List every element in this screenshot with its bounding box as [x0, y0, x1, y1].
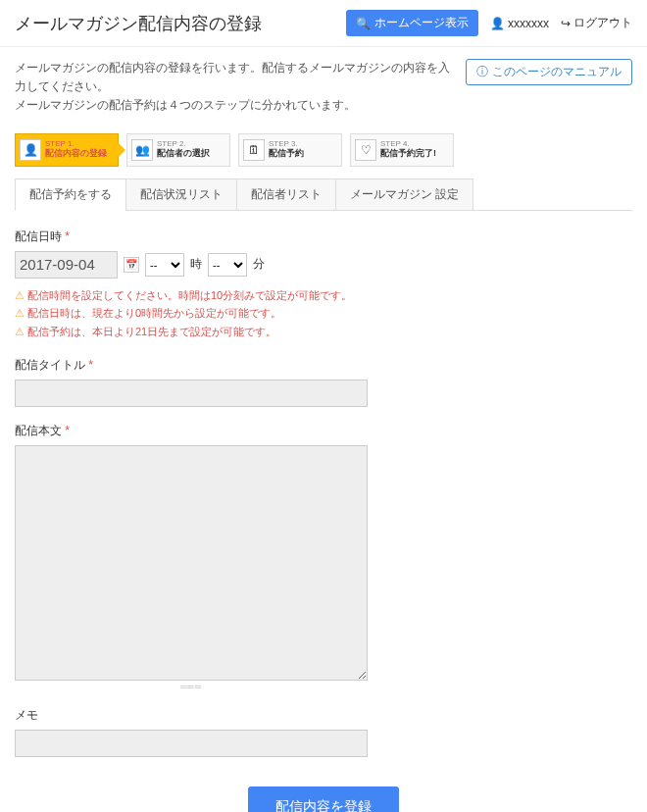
warning-1: ⚠配信時間を設定してください。時間は10分刻みで設定が可能です。 — [15, 286, 368, 305]
user-icon: 👤 — [490, 17, 505, 30]
step-3-icon: 🗓 — [243, 139, 265, 161]
description-text: メールマガジンの配信内容の登録を行います。配信するメールマガジンの内容を入力して… — [15, 59, 456, 116]
step-indicator: 👤 STEP 1. 配信内容の登録 👥 STEP 2. 配信者の選択 🗓 STE… — [15, 133, 632, 167]
warning-icon: ⚠ — [15, 323, 25, 341]
manual-button[interactable]: ⓘ このページのマニュアル — [466, 59, 632, 85]
memo-label: メモ — [15, 707, 368, 724]
step-4-icon: ♡ — [355, 139, 376, 161]
step-2-icon: 👥 — [131, 139, 153, 161]
step-1: 👤 STEP 1. 配信内容の登録 — [15, 133, 119, 167]
date-input[interactable] — [15, 251, 118, 279]
tab-settings[interactable]: メールマガジン 設定 — [335, 178, 473, 211]
homepage-button[interactable]: 🔍 ホームページ表示 — [346, 10, 478, 36]
manual-button-label: このページのマニュアル — [492, 64, 622, 80]
step-1-label: 配信内容の登録 — [45, 149, 107, 159]
calendar-icon[interactable]: 📅 — [124, 257, 139, 273]
logout-link[interactable]: ↪ ログアウト — [561, 15, 632, 31]
hour-suffix: 時 — [190, 256, 202, 273]
warning-3-text: 配信予約は、本日より21日先まで設定が可能です。 — [27, 323, 276, 341]
warning-2-text: 配信日時は、現在より0時間先から設定が可能です。 — [27, 304, 281, 323]
submit-button[interactable]: 配信内容を登録 — [248, 787, 399, 812]
step-4-label: 配信予約完了! — [380, 149, 436, 159]
warning-1-text: 配信時間を設定してください。時間は10分刻みで設定が可能です。 — [27, 286, 352, 305]
required-mark: * — [88, 358, 93, 372]
description-line2: メールマガジンの配信予約は４つのステップに分かれています。 — [15, 98, 356, 112]
step-3-label: 配信予約 — [269, 149, 304, 159]
warning-icon: ⚠ — [15, 286, 25, 305]
body-label: 配信本文 * — [15, 423, 368, 439]
logout-label: ログアウト — [573, 15, 632, 31]
logout-icon: ↪ — [561, 17, 571, 30]
warning-icon: ⚠ — [15, 304, 25, 323]
tab-reserve[interactable]: 配信予約をする — [15, 178, 126, 211]
date-label: 配信日時 * — [15, 228, 368, 245]
homepage-button-label: ホームページ表示 — [374, 15, 469, 31]
tab-status-list[interactable]: 配信状況リスト — [125, 178, 237, 211]
title-label: 配信タイトル * — [15, 357, 368, 374]
date-label-text: 配信日時 — [15, 229, 62, 243]
warning-3: ⚠配信予約は、本日より21日先まで設定が可能です。 — [15, 323, 368, 341]
memo-input[interactable] — [15, 730, 368, 757]
username: xxxxxxx — [508, 17, 549, 30]
required-mark: * — [65, 229, 70, 243]
title-input[interactable] — [15, 380, 368, 407]
hour-select[interactable]: -- — [145, 253, 184, 277]
minute-select[interactable]: -- — [208, 253, 247, 277]
title-label-text: 配信タイトル — [15, 358, 85, 372]
body-label-text: 配信本文 — [15, 424, 62, 437]
step-4: ♡ STEP 4. 配信予約完了! — [350, 133, 454, 167]
page-title: メールマガジン配信内容の登録 — [15, 12, 262, 35]
warning-2: ⚠配信日時は、現在より0時間先から設定が可能です。 — [15, 304, 368, 323]
required-mark: * — [65, 424, 70, 437]
info-icon: ⓘ — [476, 64, 488, 80]
step-2: 👥 STEP 2. 配信者の選択 — [126, 133, 230, 167]
tab-bar: 配信予約をする 配信状況リスト 配信者リスト メールマガジン 設定 — [15, 178, 632, 211]
user-info: 👤 xxxxxxx — [490, 17, 549, 30]
description-line1: メールマガジンの配信内容の登録を行います。配信するメールマガジンの内容を入力して… — [15, 61, 450, 93]
body-textarea[interactable] — [15, 445, 368, 681]
tab-recipient-list[interactable]: 配信者リスト — [236, 178, 336, 211]
step-1-icon: 👤 — [20, 139, 41, 161]
step-3: 🗓 STEP 3. 配信予約 — [238, 133, 342, 167]
resize-handle-icon[interactable]: ═══ — [15, 682, 368, 691]
step-2-label: 配信者の選択 — [157, 149, 210, 159]
search-icon: 🔍 — [356, 17, 371, 30]
minute-suffix: 分 — [253, 256, 265, 273]
